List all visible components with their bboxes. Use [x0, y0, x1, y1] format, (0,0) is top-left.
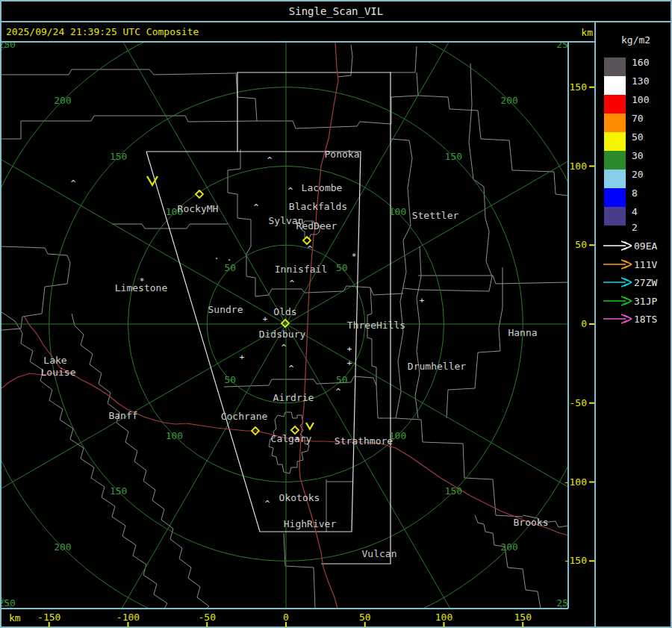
range-ring-label: 250: [556, 597, 573, 609]
range-ring-label: 150: [110, 485, 127, 497]
town-marker: ^: [308, 244, 313, 254]
county-boundary-line: [1, 69, 236, 75]
city-label: Airdrie: [273, 392, 314, 403]
city-label: Calgary: [271, 433, 312, 444]
county-boundary-line: [447, 267, 503, 418]
city-label: Brooks: [514, 517, 549, 528]
county-boundary-line: [112, 224, 228, 228]
right-axis-tick-label: 150: [570, 81, 587, 93]
range-ring-label: 100: [389, 206, 406, 217]
range-ring-label: 50: [224, 374, 236, 385]
range-ring-label: 100: [166, 430, 183, 441]
county-boundary-line: [475, 515, 541, 609]
town-marker: ^: [265, 499, 270, 509]
county-boundary-line: [403, 288, 489, 291]
city-label: Lake: [43, 355, 66, 366]
right-axis-tick-label: -100: [564, 476, 587, 488]
range-ring-label: 150: [445, 151, 462, 162]
city-label: Louise: [41, 367, 76, 378]
town-marker: ^: [281, 343, 287, 352]
city-label: Vulcan: [362, 548, 397, 559]
county-boundary-line: [391, 139, 412, 418]
bottom-axis-tick-label: 150: [514, 612, 532, 623]
right-axis-tick-label: -50: [570, 397, 587, 408]
town-marker: ^: [289, 364, 294, 373]
radar-map[interactable]: 5050505010010010010015015015015020020020…: [0, 0, 672, 628]
town-marker: ^: [290, 279, 295, 288]
city-label: Olds: [273, 306, 296, 317]
town-marker: +: [347, 358, 352, 368]
city-label: RedDeer: [296, 220, 337, 231]
right-axis-tick-label: -150: [564, 555, 587, 566]
town-marker: ^: [71, 178, 76, 188]
city-label: ThreeHills: [347, 320, 405, 331]
county-boundary-line: [255, 286, 403, 296]
county-boundary-line: [367, 287, 396, 418]
range-ring-label: 200: [500, 541, 517, 553]
right-axis-tick-label: 100: [570, 161, 587, 172]
bottom-axis-tick-label: -50: [199, 612, 216, 623]
county-boundary-line: [396, 418, 523, 517]
city-label: Lacombe: [302, 182, 343, 193]
city-label: Innisfail: [275, 264, 327, 275]
town-marker: ^: [336, 387, 341, 397]
range-ring-label: 200: [54, 541, 71, 553]
city-label: Okotoks: [279, 492, 320, 503]
town-marker: ^: [254, 202, 259, 212]
county-boundary-line: [257, 121, 391, 128]
county-boundary-line: [236, 73, 257, 121]
county-boundary-line: [418, 276, 568, 284]
county-boundary-line: [418, 96, 568, 196]
town-marker: .: [227, 253, 232, 263]
bottom-axis-tick-label: 100: [435, 612, 452, 623]
county-boundary-line: [1, 312, 167, 609]
town-marker: .: [214, 252, 220, 261]
range-ring-label: 250: [0, 597, 16, 609]
town-marker: +: [240, 352, 245, 362]
county-boundary-line: [390, 46, 417, 72]
city-label: Blackfalds: [289, 201, 347, 212]
city-label: Sundre: [208, 304, 243, 315]
city-label: RockyMH: [178, 203, 219, 214]
town-marker: ^: [288, 186, 293, 196]
county-boundary-line: [224, 376, 376, 387]
bottom-axis-tick-label: 0: [283, 612, 289, 623]
bottom-axis-tick-label: 50: [359, 612, 371, 623]
county-boundary-line: [228, 149, 255, 296]
town-marker: *: [352, 252, 357, 261]
town-marker: +: [263, 314, 268, 324]
county-boundary-line: [415, 246, 421, 418]
range-ring-label: 200: [500, 95, 517, 106]
city-label: Banff: [108, 410, 137, 421]
range-ring-label: 250: [0, 39, 16, 50]
county-boundary-line: [284, 533, 315, 609]
radar-application-window: Single_Scan_VIL 2025/09/24 21:39:25 UTC …: [0, 0, 672, 628]
range-ring-label: 50: [336, 374, 348, 385]
town-marker: +: [347, 344, 352, 354]
city-label: Ponoka: [325, 149, 360, 160]
right-axis-tick-label: 0: [581, 318, 587, 329]
bottom-axis-tick-label: -150: [37, 612, 60, 623]
city-label: Strathmore: [335, 435, 393, 447]
range-ring-label: 250: [556, 39, 573, 50]
city-label: Stettler: [412, 210, 459, 221]
bottom-axis-tick-label: -100: [116, 612, 140, 623]
city-label: Cochrane: [221, 411, 268, 422]
yellow-arrow-marker: [306, 423, 314, 429]
range-ring-label: 150: [110, 151, 127, 162]
range-ring-label: 200: [54, 95, 71, 106]
range-ring-label: 150: [445, 485, 462, 497]
town-marker: +: [420, 296, 425, 305]
county-boundary-line: [391, 72, 418, 124]
city-label: Drumheller: [408, 361, 466, 372]
city-label: HighRiver: [284, 518, 337, 529]
county-boundary-line: [1, 116, 257, 139]
range-ring-label: 50: [224, 262, 236, 273]
city-label: Hanna: [508, 327, 537, 338]
county-boundary-line: [1, 246, 70, 330]
city-label: Limestone: [115, 282, 168, 293]
town-marker: ^: [267, 155, 273, 165]
right-axis-tick-label: 50: [575, 239, 587, 250]
city-label: Didsbury: [259, 329, 306, 340]
range-ring-label: 50: [336, 262, 348, 273]
